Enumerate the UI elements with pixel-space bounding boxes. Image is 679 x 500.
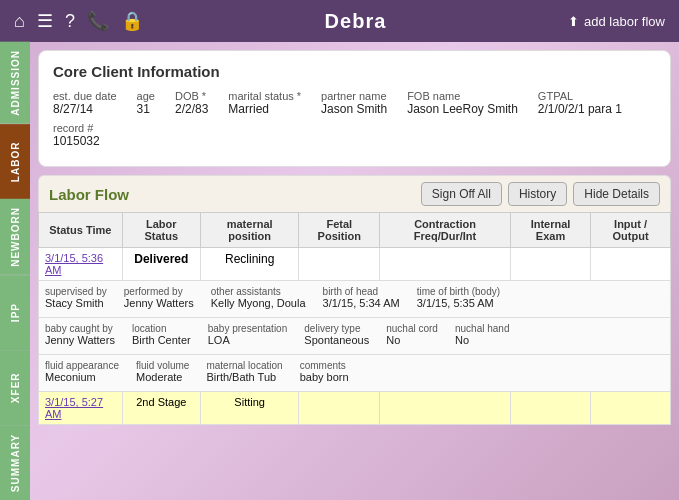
location-value: Birth Center (132, 334, 191, 346)
time-of-birth-block: time of birth (body) 3/1/15, 5:35 AM (417, 286, 500, 309)
maternal-location-block: maternal location Birth/Bath Tub (206, 360, 282, 383)
comments-label: comments (300, 360, 349, 371)
marital-status-field: marital status * Married (228, 90, 301, 116)
history-button[interactable]: History (508, 182, 567, 206)
marital-status-value: Married (228, 102, 301, 116)
performed-by-block: performed by Jenny Watters (124, 286, 194, 309)
dob-value: 2/2/83 (175, 102, 208, 116)
phone-icon[interactable]: 📞 (87, 10, 109, 32)
help-icon[interactable]: ? (65, 11, 75, 32)
location-block: location Birth Center (132, 323, 191, 346)
record-field: record # 1015032 (53, 122, 100, 148)
fluid-volume-value: Moderate (136, 371, 182, 383)
baby-presentation-block: baby presentation LOA (208, 323, 288, 346)
list-icon[interactable]: ☰ (37, 10, 53, 32)
col-maternal-position: maternal position (200, 213, 298, 248)
col-contraction: Contraction Freq/Dur/Int (380, 213, 511, 248)
sidebar-item-xfer[interactable]: XFER (0, 350, 30, 425)
hide-details-button[interactable]: Hide Details (573, 182, 660, 206)
status-time-cell[interactable]: 3/1/15, 5:36 AM (39, 248, 123, 281)
age-label: age (137, 90, 155, 102)
comments-block: comments baby born (300, 360, 349, 383)
baby-presentation-value: LOA (208, 334, 230, 346)
est-due-date-field: est. due date 8/27/14 (53, 90, 117, 116)
sidebar-item-summary[interactable]: SUMMARY (0, 425, 30, 500)
status-time-link[interactable]: 3/1/15, 5:36 AM (45, 252, 103, 276)
client-info-row-1: est. due date 8/27/14 age 31 DOB * 2/2/8… (53, 90, 656, 116)
detail-cell-2: baby caught by Jenny Watters location Bi… (39, 318, 671, 355)
time-of-birth-value: 3/1/15, 5:35 AM (417, 297, 494, 309)
labor-table: Status Time Labor Status maternal positi… (38, 212, 671, 425)
delivery-type-block: delivery type Spontaneous (304, 323, 369, 346)
detail-cell-3: fluid appearance Meconium fluid volume M… (39, 355, 671, 392)
fetal-position-cell-2 (299, 392, 380, 425)
sign-off-all-button[interactable]: Sign Off All (421, 182, 502, 206)
labor-status-cell: Delivered (122, 248, 200, 281)
page-title: Debra (325, 10, 387, 33)
internal-exam-cell (510, 248, 590, 281)
maternal-position-cell: Reclining (200, 248, 298, 281)
delivery-type-value: Spontaneous (304, 334, 369, 346)
sidebar-item-labor[interactable]: LABOR (0, 124, 30, 199)
baby-caught-by-value: Jenny Watters (45, 334, 115, 346)
sidebar-label-newborn: NEWBORN (10, 207, 21, 267)
detail-row: fluid appearance Meconium fluid volume M… (39, 355, 671, 392)
detail-row: baby caught by Jenny Watters location Bi… (39, 318, 671, 355)
add-labor-flow-label: add labor flow (584, 14, 665, 29)
birth-of-head-value: 3/1/15, 5:34 AM (323, 297, 400, 309)
fob-name-value: Jason LeeRoy Smith (407, 102, 518, 116)
fluid-appearance-value: Meconium (45, 371, 96, 383)
est-due-date-value: 8/27/14 (53, 102, 117, 116)
sidebar-item-newborn[interactable]: NEWBORN (0, 199, 30, 275)
gtpal-field: GTPAL 2/1/0/2/1 para 1 (538, 90, 622, 116)
fluid-volume-label: fluid volume (136, 360, 189, 371)
col-input-output: Input / Output (591, 213, 671, 248)
nuchal-hand-label: nuchal hand (455, 323, 510, 334)
other-assistants-label: other assistants (211, 286, 306, 297)
status-time-cell-2[interactable]: 3/1/15, 5:27 AM (39, 392, 123, 425)
baby-presentation-label: baby presentation (208, 323, 288, 334)
labor-flow-title: Labor Flow (49, 186, 129, 203)
sidebar-item-ipp[interactable]: IPP (0, 275, 30, 350)
fluid-volume-block: fluid volume Moderate (136, 360, 189, 383)
fluid-appearance-label: fluid appearance (45, 360, 119, 371)
table-header-row: Status Time Labor Status maternal positi… (39, 213, 671, 248)
client-info-title: Core Client Information (53, 63, 656, 80)
time-of-birth-label: time of birth (body) (417, 286, 500, 297)
nuchal-cord-value: No (386, 334, 400, 346)
nuchal-cord-label: nuchal cord (386, 323, 438, 334)
age-value: 31 (137, 102, 155, 116)
supervised-by-label: supervised by (45, 286, 107, 297)
status-time-link-2[interactable]: 3/1/15, 5:27 AM (45, 396, 103, 420)
home-icon[interactable]: ⌂ (14, 11, 25, 32)
maternal-location-value: Birth/Bath Tub (206, 371, 276, 383)
supervised-by-value: Stacy Smith (45, 297, 104, 309)
lock-icon[interactable]: 🔒 (121, 10, 143, 32)
comments-value: baby born (300, 371, 349, 383)
contraction-cell (380, 248, 511, 281)
performed-by-label: performed by (124, 286, 194, 297)
table-row: 3/1/15, 5:36 AM Delivered Reclining (39, 248, 671, 281)
sidebar-label-summary: SUMMARY (10, 433, 21, 491)
performed-by-value: Jenny Watters (124, 297, 194, 309)
nuchal-hand-block: nuchal hand No (455, 323, 510, 346)
col-internal-exam: Internal Exam (510, 213, 590, 248)
detail-cell: supervised by Stacy Smith performed by J… (39, 281, 671, 318)
delivery-type-label: delivery type (304, 323, 369, 334)
labor-flow-buttons: Sign Off All History Hide Details (421, 182, 660, 206)
dob-label: DOB * (175, 90, 208, 102)
sidebar-item-admission[interactable]: ADMISSION (0, 42, 30, 124)
record-label: record # (53, 122, 100, 134)
dob-field: DOB * 2/2/83 (175, 90, 208, 116)
fob-name-field: FOB name Jason LeeRoy Smith (407, 90, 518, 116)
col-fetal-position: Fetal Position (299, 213, 380, 248)
nuchal-cord-block: nuchal cord No (386, 323, 438, 346)
labor-flow-header: Labor Flow Sign Off All History Hide Det… (38, 175, 671, 212)
birth-of-head-block: birth of head 3/1/15, 5:34 AM (323, 286, 400, 309)
maternal-position-cell-2: Sitting (200, 392, 298, 425)
add-labor-flow-button[interactable]: ⬆ add labor flow (568, 14, 665, 29)
partner-name-field: partner name Jason Smith (321, 90, 387, 116)
nuchal-hand-value: No (455, 334, 469, 346)
partner-name-label: partner name (321, 90, 387, 102)
birth-of-head-label: birth of head (323, 286, 400, 297)
